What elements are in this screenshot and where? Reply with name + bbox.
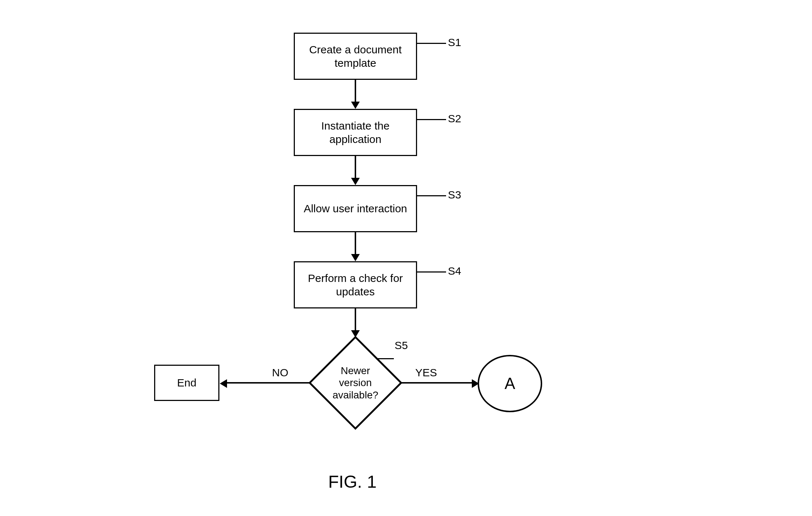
arrow-s2-s3-head: [351, 178, 360, 185]
arrow-s3-s4: [355, 232, 356, 254]
connector-a: A: [478, 355, 542, 412]
process-s3: Allow user interaction: [294, 185, 417, 232]
arrow-s4-s5: [355, 308, 356, 330]
decision-s5-text: Newer version available?: [308, 336, 403, 430]
step-label-s5: S5: [395, 339, 408, 352]
arrow-no-line: [227, 382, 310, 384]
arrow-s3-s4-head: [351, 254, 360, 261]
step-label-s2: S2: [448, 112, 461, 125]
arrow-s2-s3: [355, 156, 356, 178]
leader-s1: [417, 43, 446, 44]
leader-s5: [376, 358, 394, 359]
figure-caption: FIG. 1: [328, 472, 376, 492]
leader-s3: [417, 195, 446, 196]
process-s3-text: Allow user interaction: [304, 202, 407, 216]
arrow-no-head: [220, 379, 227, 388]
process-s2: Instantiate the application: [294, 109, 417, 156]
process-s4-text: Perform a check for updates: [299, 271, 412, 299]
arrow-s1-s2: [355, 80, 356, 102]
terminal-end: End: [154, 365, 219, 401]
branch-yes-label: YES: [415, 366, 437, 379]
terminal-end-text: End: [177, 376, 196, 390]
connector-a-text: A: [504, 374, 515, 393]
process-s2-text: Instantiate the application: [299, 119, 412, 146]
leader-s4: [417, 271, 446, 273]
branch-no-label: NO: [272, 366, 288, 379]
leader-s2: [417, 119, 446, 120]
flowchart-canvas: Create a document template S1 Instantiat…: [0, 0, 812, 516]
decision-s5: Newer version available?: [308, 336, 403, 430]
process-s1: Create a document template: [294, 33, 417, 80]
arrow-yes-line: [401, 382, 472, 384]
step-label-s1: S1: [448, 36, 461, 49]
process-s4: Perform a check for updates: [294, 261, 417, 308]
arrow-s1-s2-head: [351, 102, 360, 109]
step-label-s4: S4: [448, 265, 461, 277]
step-label-s3: S3: [448, 189, 461, 201]
process-s1-text: Create a document template: [299, 43, 412, 70]
